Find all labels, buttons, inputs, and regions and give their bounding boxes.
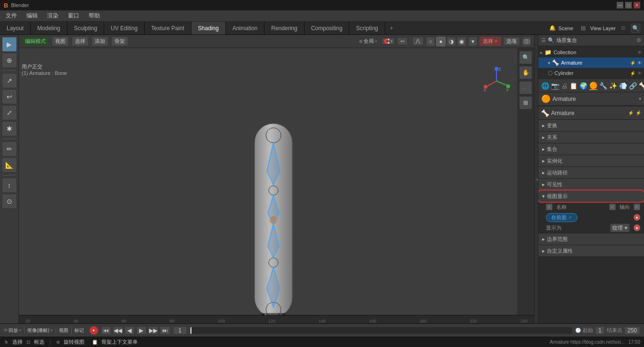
- camera-view-button[interactable]: 🎥: [519, 81, 532, 94]
- name-checkbox[interactable]: ✓: [546, 204, 553, 210]
- viewport-shading-options[interactable]: ▾: [468, 37, 478, 46]
- rendered-button[interactable]: ◉: [457, 37, 466, 46]
- section-custom-props-header[interactable]: ▸ 自定义属性: [538, 245, 644, 256]
- play-button[interactable]: ▶: [136, 326, 147, 335]
- tab-compositing[interactable]: Compositing: [305, 22, 350, 34]
- end-frame-value[interactable]: 250: [624, 326, 640, 335]
- menu-render[interactable]: 渲染: [45, 11, 60, 21]
- section-relation-header[interactable]: ▸ 关系: [538, 132, 644, 143]
- select-options-button[interactable]: 选项: [503, 37, 520, 46]
- props-world-icon[interactable]: 🌍: [579, 82, 587, 90]
- tab-modeling[interactable]: Modeling: [31, 22, 67, 34]
- select-menu-button[interactable]: 选择: [72, 36, 89, 46]
- tab-texture-paint[interactable]: Texture Paint: [145, 22, 191, 34]
- prev-frame-button[interactable]: ◀◀: [113, 326, 123, 335]
- props-render-icon[interactable]: 📷: [551, 82, 559, 90]
- tab-sculpting[interactable]: Sculpting: [67, 22, 104, 34]
- tab-rendering[interactable]: Rendering: [264, 22, 304, 34]
- grid-view-button[interactable]: ⊞: [519, 96, 532, 109]
- measure-tool[interactable]: 📐: [2, 157, 17, 173]
- outliner-item-cylinder[interactable]: ⬡ Cylinder ⚡ 👁: [538, 68, 644, 78]
- show-as-dropdown[interactable]: 纹理 ▾: [610, 223, 630, 232]
- props-scene-icon[interactable]: 🌐: [541, 82, 549, 90]
- tab-uv-editing[interactable]: UV Editing: [104, 22, 145, 34]
- wireframe-button[interactable]: ○: [426, 37, 435, 46]
- select-filter[interactable]: 选择 ✕: [479, 37, 501, 46]
- frame-number[interactable]: 1: [173, 326, 187, 335]
- xray-button[interactable]: 八: [412, 37, 424, 46]
- section-border-range-header[interactable]: ▸ 边界范围: [538, 233, 644, 245]
- transform-orientation[interactable]: ⊕ 全局 ▾: [359, 38, 377, 45]
- minimize-button[interactable]: —: [617, 2, 623, 8]
- tab-layout[interactable]: Layout: [0, 22, 31, 34]
- armature-visible-icon[interactable]: 👁: [637, 60, 642, 66]
- view-menu-button[interactable]: 视图: [52, 36, 69, 46]
- menu-help[interactable]: 帮助: [87, 11, 102, 21]
- record-button[interactable]: ●: [90, 326, 98, 335]
- section-transform-header[interactable]: ▸ 变换: [538, 120, 644, 131]
- outliner-item-armature[interactable]: ▾ 🦴 Armature ⚡ 👁: [538, 58, 644, 68]
- snap-button[interactable]: 🧲 ▾: [381, 38, 395, 45]
- infront-button[interactable]: 在前面 ✓: [546, 213, 578, 222]
- tab-animation[interactable]: Animation: [226, 22, 264, 34]
- select-tool[interactable]: ▶: [2, 37, 17, 52]
- pose-menu-button[interactable]: 骨架: [111, 36, 128, 46]
- rotate-tool[interactable]: ↩: [2, 89, 17, 104]
- edit-mode-button[interactable]: 编辑模式: [22, 36, 49, 46]
- props-physics-icon[interactable]: 💨: [619, 82, 627, 90]
- cursor-tool[interactable]: ⊕: [2, 53, 17, 68]
- section-motion-path-header[interactable]: ▸ 运动路径: [538, 167, 644, 178]
- annotate-tool[interactable]: ✏: [2, 141, 17, 157]
- props-particles-icon[interactable]: ✨: [609, 82, 617, 90]
- material-button[interactable]: ◑: [446, 37, 456, 46]
- axis-checkbox[interactable]: ✓: [609, 204, 616, 210]
- props-modifier-icon[interactable]: 🔧: [599, 82, 607, 90]
- prev-keyframe-button[interactable]: ◀: [124, 326, 135, 335]
- props-view-layer-icon[interactable]: 📋: [570, 82, 578, 90]
- data-options[interactable]: ⚡: [628, 110, 634, 116]
- extrude-tool[interactable]: ↕: [2, 178, 17, 193]
- move-tool[interactable]: ↗: [2, 73, 17, 88]
- roll-tool[interactable]: ⊙: [2, 194, 17, 209]
- outliner-options-icon[interactable]: ⚙: [636, 37, 641, 43]
- solid-button[interactable]: ●: [436, 37, 446, 46]
- props-constraints-icon[interactable]: 🔗: [629, 82, 637, 90]
- proportional-edit-button[interactable]: ∾: [397, 37, 408, 45]
- panel-resize-handle[interactable]: ◀: [534, 35, 538, 323]
- viewport-gizmo[interactable]: Z Y X: [482, 67, 511, 95]
- menu-window[interactable]: 窗口: [66, 11, 81, 21]
- section-instancing-header[interactable]: ▸ 实例化: [538, 155, 644, 166]
- axis-extra-check[interactable]: ✓: [634, 204, 640, 210]
- props-object-icon[interactable]: 🟠: [589, 82, 597, 90]
- collection-visible-icon[interactable]: 👁: [637, 50, 642, 55]
- overlay-button[interactable]: [522, 37, 531, 46]
- maximize-button[interactable]: □: [625, 2, 632, 8]
- playback-arrow[interactable]: ▾: [19, 328, 21, 333]
- tab-add-button[interactable]: +: [385, 22, 398, 34]
- timeline-track[interactable]: [190, 327, 573, 334]
- zoom-view-button[interactable]: 🔍: [519, 51, 532, 64]
- tab-shading[interactable]: Shading: [191, 22, 226, 34]
- add-menu-button[interactable]: 添加: [91, 36, 108, 46]
- props-output-icon[interactable]: 🖨: [561, 82, 568, 90]
- playback-icon[interactable]: ⟳: [4, 328, 8, 333]
- next-keyframe-button[interactable]: ▶▶: [148, 326, 158, 335]
- props-data-icon[interactable]: 🦴: [639, 82, 644, 90]
- jump-end-button[interactable]: ⏭: [160, 326, 170, 335]
- scale-tool[interactable]: ⤢: [2, 105, 17, 120]
- section-viewport-display-header[interactable]: ▾ 视图显示: [538, 190, 644, 202]
- cylinder-visible-icon[interactable]: 👁: [637, 71, 642, 76]
- menu-edit[interactable]: 编辑: [25, 11, 40, 21]
- section-collection-header[interactable]: ▸ 集合: [538, 143, 644, 155]
- start-frame-value[interactable]: 1: [595, 326, 605, 335]
- data-options2[interactable]: ⚡: [636, 110, 641, 116]
- object-name-options[interactable]: ▾: [639, 96, 641, 101]
- tab-scripting[interactable]: Scripting: [349, 22, 385, 34]
- section-visibility-header[interactable]: ▸ 可见性: [538, 179, 644, 190]
- jump-start-button[interactable]: ⏮: [101, 326, 111, 335]
- menu-file[interactable]: 文件: [4, 11, 19, 21]
- outliner-item-collection[interactable]: ▸ 📁 Collection 👁: [538, 47, 644, 58]
- pan-view-button[interactable]: ✋: [519, 66, 532, 79]
- search-button[interactable]: 🔍: [631, 24, 640, 33]
- capture-arrow[interactable]: ▾: [50, 328, 53, 333]
